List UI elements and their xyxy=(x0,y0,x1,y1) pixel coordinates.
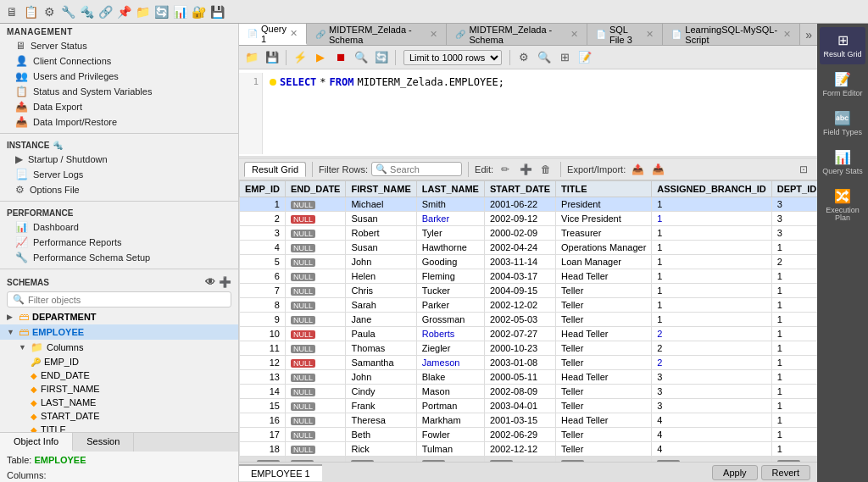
wrap-btn[interactable]: ⊡ xyxy=(795,162,812,177)
col-header-assignedbranch[interactable]: ASSIGNED_BRANCH_ID xyxy=(652,181,771,197)
filter-search-box[interactable]: 🔍 xyxy=(371,162,462,176)
toolbar-icon-6[interactable]: 🔗 xyxy=(97,3,114,20)
edit-btn1[interactable]: ✏ xyxy=(497,162,514,177)
sidebar-item-users-privileges[interactable]: 👥 Users and Privileges xyxy=(0,69,238,84)
table-row[interactable]: 2 NULL Susan Barker 2002-09-12 Vice Pres… xyxy=(240,212,818,226)
table-row[interactable]: 7 NULL Chris Tucker 2004-09-15 Teller 1 … xyxy=(240,284,818,298)
tree-item-columns-folder[interactable]: ▼ 📁 Columns xyxy=(0,340,238,355)
table-row[interactable]: 15 NULL Frank Portman 2003-04-01 Teller … xyxy=(240,399,818,413)
toolbar-icon-11[interactable]: 🔐 xyxy=(190,3,207,20)
right-btn-result-grid[interactable]: ⊞ Result Grid xyxy=(820,27,865,64)
sidebar-item-options[interactable]: ⚙ Options File xyxy=(0,182,238,197)
tab-sqlfile3[interactable]: 📄 SQL File 3 ✕ xyxy=(587,24,663,45)
tree-item-startdate[interactable]: ◆ START_DATE xyxy=(0,409,238,423)
search-btn[interactable]: 🔍 xyxy=(535,49,554,66)
right-btn-field-types[interactable]: 🔤 Field Types xyxy=(820,105,865,142)
explain-btn[interactable]: 🔍 xyxy=(352,49,370,66)
horizontal-scrollbar[interactable] xyxy=(239,156,817,158)
sql-content[interactable]: SELECT * FROM MIDTERM_Zelada.EMPLOYEE; xyxy=(263,73,817,154)
toolbar-icon-1[interactable]: 🖥 xyxy=(3,3,20,20)
tab-sqlfile3-close[interactable]: ✕ xyxy=(646,29,654,40)
tree-item-empid[interactable]: 🔑 EMP_ID xyxy=(0,355,238,368)
table-row[interactable]: 14 NULL Cindy Mason 2002-08-09 Teller 3 … xyxy=(240,385,818,399)
tab-learningsql[interactable]: 📄 LearningSQL-MySQL-Script ✕ xyxy=(663,24,800,45)
sidebar-item-client-connections[interactable]: 👤 Client Connections xyxy=(0,53,238,69)
sidebar-item-startup[interactable]: ▶ Startup / Shutdown xyxy=(0,152,238,167)
refresh-btn[interactable]: 🔄 xyxy=(372,49,391,66)
sidebar-item-data-export[interactable]: 📤 Data Export xyxy=(0,99,238,114)
filter-box[interactable]: 🔍 xyxy=(7,291,231,307)
tab-query1[interactable]: 📄 Query 1 ✕ xyxy=(239,24,307,45)
toolbar-icon-10[interactable]: 📊 xyxy=(171,3,188,20)
save-btn[interactable]: 💾 xyxy=(263,49,281,66)
sidebar-item-data-import[interactable]: 📥 Data Import/Restore xyxy=(0,114,238,130)
toolbar-icon-7[interactable]: 📌 xyxy=(115,3,132,20)
col-header-title[interactable]: TITLE xyxy=(556,181,652,197)
open-btn[interactable]: 📁 xyxy=(242,49,261,66)
table-row[interactable]: 5 NULL John Gooding 2003-11-14 Loan Mana… xyxy=(240,255,818,269)
table-row[interactable]: 12 NULL Samantha Jameson 2003-01-08 Tell… xyxy=(240,356,818,370)
col-header-deptid[interactable]: DEPT_ID xyxy=(771,181,817,197)
tab-midterm2[interactable]: 🔗 MIDTERM_Zelada - Schema ✕ xyxy=(447,24,587,45)
tree-item-lastname[interactable]: ◆ LAST_NAME xyxy=(0,396,238,409)
tab-query1-close[interactable]: ✕ xyxy=(290,28,298,39)
tab-midterm2-close[interactable]: ✕ xyxy=(570,29,578,40)
schemas-eye-icon[interactable]: 👁 xyxy=(205,276,215,288)
right-btn-query-stats[interactable]: 📊 Query Stats xyxy=(820,144,865,181)
sidebar-item-dashboard[interactable]: 📊 Dashboard xyxy=(0,219,238,235)
toolbar-icon-9[interactable]: 🔄 xyxy=(153,3,170,20)
col-header-firstname[interactable]: FIRST_NAME xyxy=(346,181,416,197)
edit-btn3[interactable]: 🗑 xyxy=(537,162,554,177)
edit-btn2[interactable]: ➕ xyxy=(517,162,534,177)
table-row[interactable]: 9 NULL Jane Grossman 2002-05-03 Teller 1… xyxy=(240,313,818,327)
table-row[interactable]: 1 NULL Michael Smith 2001-06-22 Presiden… xyxy=(240,197,818,212)
table-row[interactable]: 4 NULL Susan Hawthorne 2002-04-24 Operat… xyxy=(240,241,818,255)
bottom-tab-employee1[interactable]: EMPLOYEE 1 xyxy=(239,464,322,481)
schemas-plus-icon[interactable]: ➕ xyxy=(219,276,231,288)
table-row[interactable]: 3 NULL Robert Tyler 2000-02-09 Treasurer… xyxy=(240,226,818,241)
table-row[interactable]: 16 NULL Theresa Markham 2001-03-15 Head … xyxy=(240,413,818,428)
run-btn[interactable]: ⚡ xyxy=(291,49,309,66)
tree-item-employee[interactable]: ▼ 🗃 EMPLOYEE xyxy=(0,324,238,340)
table-row[interactable]: 10 NULL Paula Roberts 2002-07-27 Head Te… xyxy=(240,327,818,341)
col-header-empid[interactable]: EMP_ID xyxy=(240,181,286,197)
toolbar-icon-3[interactable]: ⚙ xyxy=(41,3,58,20)
toolbar-icon-2[interactable]: 📋 xyxy=(22,3,39,20)
tab-more-button[interactable]: » xyxy=(800,25,817,45)
limit-select[interactable]: Limit to 1000 rows xyxy=(403,50,502,65)
tree-item-title[interactable]: ◆ TITLE xyxy=(0,423,238,432)
tab-midterm1[interactable]: 🔗 MIDTERM_Zelada - Schema ✕ xyxy=(307,24,447,45)
filter-input[interactable] xyxy=(28,295,225,305)
sidebar-item-server-status[interactable]: 🖥 Server Status xyxy=(0,38,238,53)
grid-container[interactable]: EMP_ID END_DATE FIRST_NAME LAST_NAME STA… xyxy=(239,180,817,462)
tab-midterm1-close[interactable]: ✕ xyxy=(430,29,437,40)
toolbar-icon-5[interactable]: 🔩 xyxy=(78,3,95,20)
stop-btn[interactable]: ⏹ xyxy=(331,49,350,66)
toolbar-icon-12[interactable]: 💾 xyxy=(209,3,225,20)
export-btn1[interactable]: 📤 xyxy=(629,162,646,177)
toggle-btn[interactable]: ⚙ xyxy=(515,49,533,66)
right-btn-form-editor[interactable]: 📝 Form Editor xyxy=(820,66,865,103)
col-header-enddate[interactable]: END_DATE xyxy=(285,181,345,197)
apply-button[interactable]: Apply xyxy=(712,465,758,480)
right-btn-execution-plan[interactable]: 🔀 Execution Plan xyxy=(820,183,865,229)
revert-button[interactable]: Revert xyxy=(761,465,810,480)
run-line-btn[interactable]: ▶ xyxy=(311,49,330,66)
table-row[interactable]: 6 NULL Helen Fleming 2004-03-17 Head Tel… xyxy=(240,269,818,284)
sidebar-tab-objectinfo[interactable]: Object Info xyxy=(0,433,73,452)
tab-learningsql-close[interactable]: ✕ xyxy=(783,29,791,40)
col-header-startdate[interactable]: START_DATE xyxy=(484,181,555,197)
sidebar-item-status-variables[interactable]: 📋 Status and System Variables xyxy=(0,84,238,99)
result-grid-tab[interactable]: Result Grid xyxy=(244,162,306,177)
table-row[interactable]: 8 NULL Sarah Parker 2002-12-02 Teller 1 … xyxy=(240,298,818,313)
sidebar-item-perf-reports[interactable]: 📈 Performance Reports xyxy=(0,235,238,250)
sidebar-tab-session[interactable]: Session xyxy=(73,433,134,452)
sidebar-item-perf-schema[interactable]: 🔧 Performance Schema Setup xyxy=(0,250,238,265)
filter-search-input[interactable] xyxy=(390,164,458,175)
col-header-lastname[interactable]: LAST_NAME xyxy=(416,181,484,197)
table-row[interactable]: 13 NULL John Blake 2000-05-11 Head Telle… xyxy=(240,370,818,385)
tree-item-firstname[interactable]: ◆ FIRST_NAME xyxy=(0,382,238,396)
table-row[interactable]: 11 NULL Thomas Ziegler 2000-10-23 Teller… xyxy=(240,341,818,356)
tree-item-enddate[interactable]: ◆ END_DATE xyxy=(0,368,238,382)
tree-item-department[interactable]: ▶ 🗃 DEPARTMENT xyxy=(0,309,238,324)
